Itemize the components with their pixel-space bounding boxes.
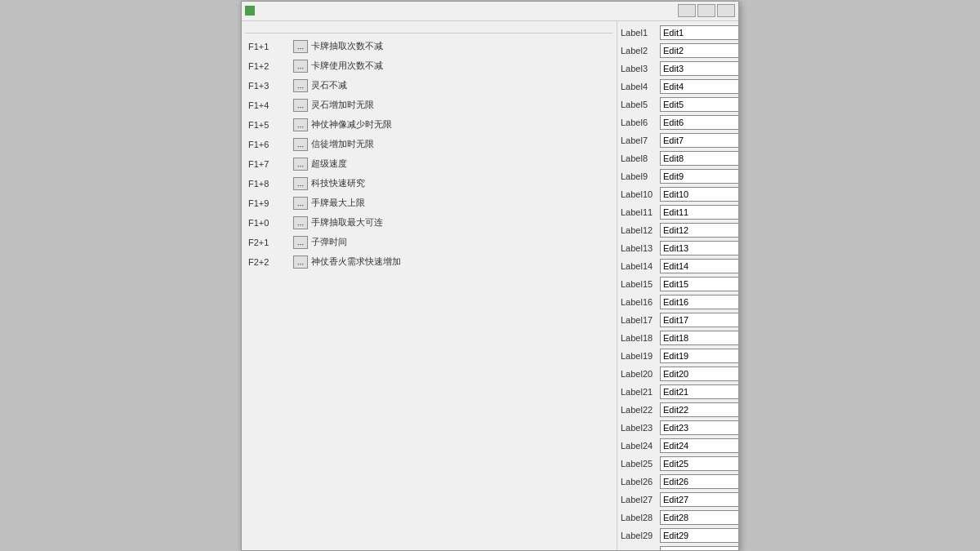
left-panel: F1+1 … 卡牌抽取次数不减 F1+2 … 卡牌使用次数不减 F1+3 … 灵… [242,21,617,550]
r-edit-23[interactable] [660,420,738,435]
hotkey-label: F1+1 [248,42,293,51]
hotkey-label: F1+6 [248,140,293,149]
r-edit-27[interactable] [660,492,738,507]
r-label-24: Label24 [621,441,660,451]
right-row: Label22 Button22 [621,402,735,418]
r-edit-17[interactable] [660,313,738,327]
right-row: Label6 Button6 [621,114,735,131]
r-label-20: Label20 [621,369,660,379]
r-edit-28[interactable] [660,510,738,525]
close-button[interactable] [717,4,735,17]
hotkey-label: F1+0 [248,218,293,228]
r-edit-1[interactable] [660,25,738,40]
left-row: F1+2 … 卡牌使用次数不减 [245,56,613,76]
r-edit-4[interactable] [660,79,738,94]
right-row: Label2 Button2 [621,42,735,59]
desc-text: 手牌最大上限 [311,197,365,209]
hotkey-label: F1+3 [248,81,293,91]
r-edit-18[interactable] [660,331,738,345]
title-bar [242,2,738,21]
r-edit-16[interactable] [660,295,738,309]
hotkey-label: F2+1 [248,238,293,247]
r-edit-7[interactable] [660,133,738,148]
r-label-26: Label26 [621,477,660,487]
r-edit-19[interactable] [660,349,738,363]
r-edit-8[interactable] [660,151,738,166]
left-header [245,28,613,33]
right-row: Label23 Button23 [621,420,735,436]
right-rows: Label1 Button1 Label2 Button2 Label3 But… [621,24,735,550]
maximize-button[interactable] [697,4,715,17]
desc-text: 科技快速研究 [311,177,365,189]
content-area: F1+1 … 卡牌抽取次数不减 F1+2 … 卡牌使用次数不减 F1+3 … 灵… [242,21,738,550]
right-row: Label16 Button16 [621,294,735,310]
r-edit-22[interactable] [660,402,738,417]
right-row: Label29 Button29 [621,527,735,544]
desc-text: 超级速度 [311,158,347,170]
right-row: Label14 Button14 [621,258,735,274]
right-row: Label8 Button8 [621,150,735,167]
r-edit-2[interactable] [660,43,738,58]
r-edit-9[interactable] [660,169,738,184]
small-button-1[interactable]: … [293,40,308,53]
right-row: Label4 Button4 [621,78,735,95]
r-label-2: Label2 [621,46,660,56]
r-label-25: Label25 [621,459,660,469]
r-label-13: Label13 [621,243,660,253]
hotkey-label: F1+4 [248,100,293,110]
r-edit-21[interactable] [660,384,738,399]
r-edit-26[interactable] [660,474,738,489]
desc-text: 卡牌抽取次数不减 [311,40,383,52]
r-edit-29[interactable] [660,528,738,543]
small-button-5[interactable]: … [293,118,308,131]
r-edit-20[interactable] [660,367,738,381]
right-row: Label9 Button9 [621,168,735,184]
r-edit-3[interactable] [660,61,738,76]
r-edit-25[interactable] [660,456,738,471]
r-edit-12[interactable] [660,223,738,238]
desc-text: 灵石增加时无限 [311,99,374,111]
left-row: F2+1 … 子弹时间 [245,233,613,252]
small-button-4[interactable]: … [293,99,308,112]
right-row: Label30 Button30 [621,545,735,550]
r-edit-13[interactable] [660,241,738,256]
desc-text: 神仗神像减少时无限 [311,118,392,131]
right-row: Label25 Button25 [621,455,735,472]
right-row: Label12 Button12 [621,222,735,238]
right-row: Label27 Button27 [621,491,735,508]
desc-text: 卡牌使用次数不减 [311,60,383,72]
r-label-23: Label23 [621,423,660,433]
r-edit-24[interactable] [660,438,738,453]
small-button-11[interactable]: … [293,236,308,249]
r-label-1: Label1 [621,28,660,38]
r-edit-5[interactable] [660,97,738,112]
r-edit-15[interactable] [660,277,738,291]
r-label-18: Label18 [621,333,660,343]
r-edit-14[interactable] [660,259,738,273]
r-label-17: Label17 [621,315,660,325]
small-button-7[interactable]: … [293,158,308,171]
r-edit-11[interactable] [660,205,738,220]
small-button-9[interactable]: … [293,197,308,210]
r-edit-10[interactable] [660,187,738,202]
desc-text: 神仗香火需求快速增加 [311,256,401,268]
left-row: F2+2 … 神仗香火需求快速增加 [245,252,613,272]
minimize-button[interactable] [678,4,696,17]
r-label-12: Label12 [621,225,660,235]
small-button-2[interactable]: … [293,60,308,73]
r-edit-6[interactable] [660,115,738,130]
small-button-10[interactable]: … [293,216,308,229]
right-row: Label26 Button26 [621,473,735,490]
r-label-27: Label27 [621,495,660,504]
r-edit-30[interactable] [660,546,738,550]
small-button-12[interactable]: … [293,256,308,269]
right-row: Label24 Button24 [621,438,735,454]
r-label-29: Label29 [621,531,660,540]
small-button-8[interactable]: … [293,177,308,190]
r-label-10: Label10 [621,189,660,199]
small-button-6[interactable]: … [293,138,308,151]
r-label-16: Label16 [621,297,660,307]
r-label-28: Label28 [621,513,660,522]
right-row: Label1 Button1 [621,24,735,41]
small-button-3[interactable]: … [293,79,308,92]
